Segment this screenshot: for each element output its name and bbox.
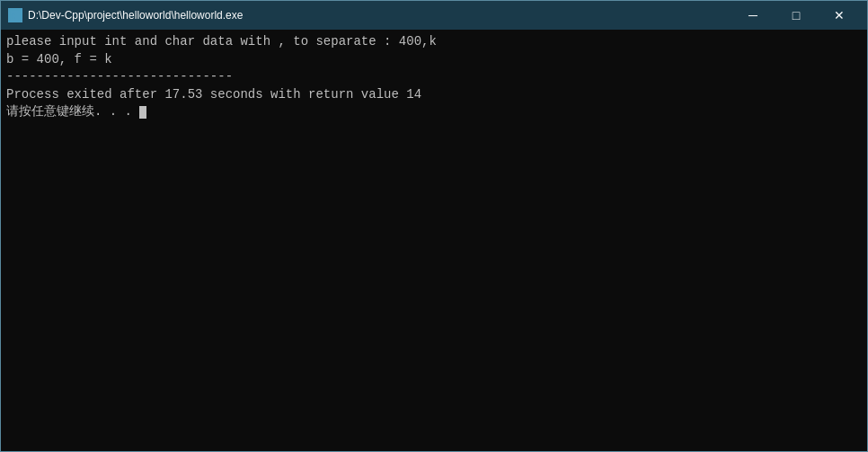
minimize-button[interactable]: ─ (732, 1, 774, 30)
window-title: D:\Dev-Cpp\project\helloworld\helloworld… (28, 9, 243, 22)
title-bar: C D:\Dev-Cpp\project\helloworld\hellowor… (1, 1, 867, 30)
console-line4: Process exited after 17.53 seconds with … (6, 87, 421, 102)
console-line2: b = 400, f = k (6, 52, 112, 66)
console-output: please input int and char data with , to… (1, 30, 867, 451)
title-bar-left: C D:\Dev-Cpp\project\helloworld\hellowor… (8, 8, 243, 22)
console-window: C D:\Dev-Cpp\project\helloworld\hellowor… (0, 0, 868, 452)
console-content: please input int and char data with , to… (6, 33, 862, 121)
console-line5: 请按任意键继续. . . (6, 104, 139, 119)
window-controls: ─ □ ✕ (732, 1, 860, 30)
svg-text:C: C (11, 13, 16, 22)
console-line1: please input int and char data with , to… (6, 34, 437, 49)
console-line3: ------------------------------ (6, 69, 233, 84)
close-button[interactable]: ✕ (819, 1, 860, 30)
cursor-blink (139, 106, 146, 119)
app-icon: C (8, 8, 22, 22)
maximize-button[interactable]: □ (775, 1, 817, 30)
